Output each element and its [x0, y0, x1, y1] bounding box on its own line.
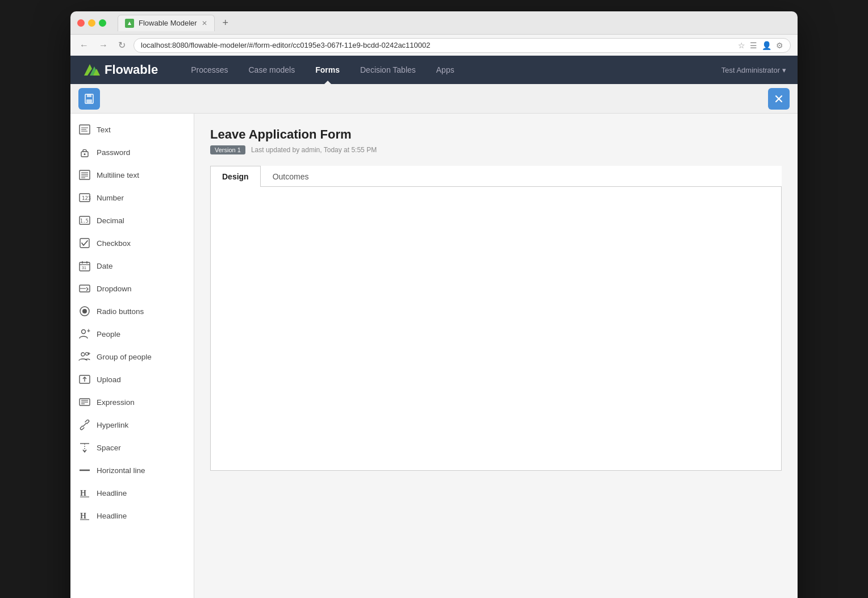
- back-button[interactable]: ←: [77, 38, 91, 53]
- sidebar-label-decimal: Decimal: [97, 216, 124, 225]
- bookmark-icon: ☆: [738, 41, 745, 50]
- nav-apps[interactable]: Apps: [426, 56, 465, 84]
- nav-forms[interactable]: Forms: [305, 56, 350, 84]
- tab-close-button[interactable]: ✕: [202, 19, 207, 27]
- nav-processes[interactable]: Processes: [181, 56, 238, 84]
- design-canvas: [210, 187, 782, 471]
- content-area: Leave Application Form Version 1 Last up…: [194, 114, 798, 598]
- sidebar-label-text: Text: [97, 126, 111, 134]
- save-button[interactable]: [78, 88, 100, 110]
- number-icon: 123: [78, 191, 91, 204]
- sidebar-item-text[interactable]: Text: [70, 118, 194, 141]
- sidebar-label-checkbox: Checkbox: [97, 239, 131, 248]
- svg-point-36: [82, 330, 86, 334]
- sidebar-item-headline1[interactable]: H Headline: [70, 482, 194, 504]
- sidebar-item-headline2[interactable]: H Headline: [70, 504, 194, 527]
- logo[interactable]: Flowable: [82, 60, 158, 80]
- password-icon: [78, 146, 91, 158]
- version-badge: Version 1: [210, 145, 245, 154]
- sidebar-item-dropdown[interactable]: Dropdown: [70, 277, 194, 300]
- date-icon: 31: [78, 260, 91, 272]
- sidebar-label-group: Group of people: [97, 353, 152, 361]
- svg-text:1.5: 1.5: [80, 219, 89, 224]
- headline1-icon: H: [78, 487, 91, 499]
- sidebar-label-date: Date: [97, 262, 113, 270]
- nav-decision-tables[interactable]: Decision Tables: [350, 56, 426, 84]
- form-title: Leave Application Form: [210, 127, 782, 142]
- sidebar-item-group[interactable]: + Group of people: [70, 345, 194, 368]
- headline2-icon: H: [78, 509, 91, 522]
- radio-icon: [78, 305, 91, 317]
- svg-point-35: [82, 309, 87, 313]
- svg-rect-6: [86, 99, 92, 103]
- hline-icon: [78, 464, 91, 476]
- tab-outcomes[interactable]: Outcomes: [261, 166, 321, 187]
- sidebar-item-decimal[interactable]: 1.5 Decimal: [70, 209, 194, 232]
- form-tabs: Design Outcomes: [210, 166, 782, 187]
- sidebar-item-number[interactable]: 123 Number: [70, 186, 194, 209]
- nav-user[interactable]: Test Administrator ▾: [721, 66, 786, 74]
- sidebar-label-hyperlink: Hyperlink: [97, 421, 128, 429]
- address-bar[interactable]: localhost:8080/flowable-modeler/#/form-e…: [133, 38, 791, 53]
- sidebar-item-hyperlink[interactable]: Hyperlink: [70, 413, 194, 436]
- sidebar-item-upload[interactable]: Upload: [70, 368, 194, 391]
- svg-point-38: [81, 353, 85, 356]
- tab-favicon: [125, 19, 134, 28]
- sidebar-label-radio: Radio buttons: [97, 307, 144, 316]
- hyperlink-icon: [78, 419, 91, 431]
- new-tab-button[interactable]: +: [223, 17, 229, 29]
- toolbar: [70, 84, 798, 114]
- reload-button[interactable]: ↻: [116, 37, 128, 53]
- tab-design[interactable]: Design: [210, 166, 261, 187]
- sidebar-label-dropdown: Dropdown: [97, 285, 132, 293]
- sidebar-item-checkbox[interactable]: Checkbox: [70, 232, 194, 254]
- sidebar-item-multiline[interactable]: Multiline text: [70, 164, 194, 186]
- upload-icon: [78, 373, 91, 386]
- svg-text:+: +: [87, 351, 90, 357]
- toolbar-right: [768, 88, 790, 110]
- svg-rect-15: [80, 170, 90, 179]
- forward-button[interactable]: →: [97, 38, 110, 53]
- sidebar-label-password: Password: [97, 148, 130, 157]
- svg-rect-0: [82, 60, 102, 80]
- expression-icon: [78, 396, 91, 408]
- sidebar-item-spacer[interactable]: Spacer: [70, 436, 194, 459]
- sidebar-label-headline2: Headline: [97, 512, 127, 520]
- sidebar-label-expression: Expression: [97, 398, 135, 407]
- url-text: localhost:8080/flowable-modeler/#/form-e…: [141, 41, 431, 49]
- browser-titlebar: Flowable Modeler ✕ +: [70, 11, 798, 34]
- sidebar-label-headline1: Headline: [97, 489, 127, 497]
- minimize-window-button[interactable]: [88, 19, 95, 27]
- close-window-button[interactable]: [77, 19, 85, 27]
- sidebar: Text Password: [70, 114, 194, 598]
- main-layout: Text Password: [70, 114, 798, 598]
- form-updated: Last updated by admin, Today at 5:55 PM: [251, 146, 377, 154]
- close-button[interactable]: [768, 88, 790, 110]
- svg-text:123: 123: [82, 195, 91, 201]
- sidebar-item-date[interactable]: 31 Date: [70, 254, 194, 277]
- text-icon: [78, 123, 91, 136]
- browser-window: Flowable Modeler ✕ + ← → ↻ localhost:808…: [70, 11, 798, 598]
- browser-tab[interactable]: Flowable Modeler ✕: [118, 15, 215, 31]
- sidebar-item-radio[interactable]: Radio buttons: [70, 300, 194, 323]
- sidebar-item-password[interactable]: Password: [70, 141, 194, 164]
- svg-text:+: +: [87, 328, 90, 334]
- svg-point-14: [84, 153, 86, 155]
- nav-items: Processes Case models Forms Decision Tab…: [181, 56, 721, 84]
- form-meta: Version 1 Last updated by admin, Today a…: [210, 145, 782, 154]
- group-icon: +: [78, 350, 91, 363]
- sidebar-item-hline[interactable]: Horizontal line: [70, 459, 194, 482]
- sidebar-label-hline: Horizontal line: [97, 466, 145, 475]
- maximize-window-button[interactable]: [99, 19, 106, 27]
- sidebar-label-spacer: Spacer: [97, 444, 121, 452]
- sidebar-label-multiline: Multiline text: [97, 171, 139, 179]
- multiline-icon: [78, 169, 91, 181]
- people-icon: +: [78, 328, 91, 340]
- nav-case-models[interactable]: Case models: [238, 56, 305, 84]
- settings-icon: ⚙: [776, 41, 783, 50]
- sidebar-item-expression[interactable]: Expression: [70, 391, 194, 413]
- tab-title: Flowable Modeler: [139, 19, 197, 27]
- sidebar-item-people[interactable]: + People: [70, 323, 194, 345]
- svg-rect-5: [87, 94, 91, 97]
- sidebar-label-people: People: [97, 330, 120, 338]
